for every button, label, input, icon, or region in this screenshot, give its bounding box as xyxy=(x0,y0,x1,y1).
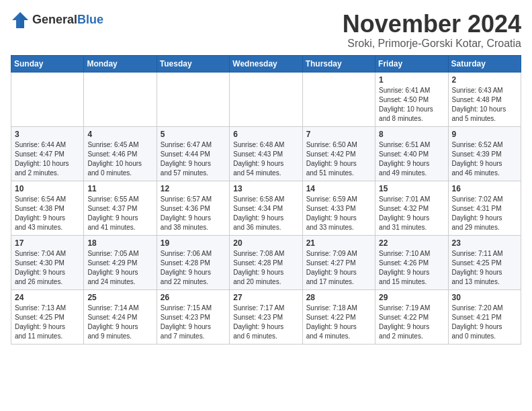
day-number: 1 xyxy=(379,75,444,85)
day-info: Sunrise: 7:10 AM Sunset: 4:26 PM Dayligh… xyxy=(379,249,444,287)
svg-marker-1 xyxy=(20,12,28,28)
calendar-cell: 13Sunrise: 6:58 AM Sunset: 4:34 PM Dayli… xyxy=(230,181,302,235)
day-number: 18 xyxy=(87,238,152,248)
day-info: Sunrise: 6:51 AM Sunset: 4:40 PM Dayligh… xyxy=(379,140,444,178)
calendar-cell: 30Sunrise: 7:20 AM Sunset: 4:21 PM Dayli… xyxy=(448,289,521,344)
day-number: 13 xyxy=(233,184,298,193)
day-info: Sunrise: 6:41 AM Sunset: 4:50 PM Dayligh… xyxy=(379,86,444,124)
day-number: 26 xyxy=(161,293,226,302)
calendar-cell xyxy=(84,72,157,126)
header-saturday: Saturday xyxy=(448,55,521,72)
day-info: Sunrise: 7:19 AM Sunset: 4:22 PM Dayligh… xyxy=(379,304,444,341)
day-number: 15 xyxy=(379,184,444,193)
calendar-cell xyxy=(302,72,375,126)
day-number: 21 xyxy=(306,238,371,248)
day-number: 29 xyxy=(379,293,444,302)
calendar-cell: 23Sunrise: 7:11 AM Sunset: 4:25 PM Dayli… xyxy=(448,235,521,289)
day-number: 9 xyxy=(452,130,517,139)
day-info: Sunrise: 6:59 AM Sunset: 4:33 PM Dayligh… xyxy=(306,195,371,232)
calendar-cell: 5Sunrise: 6:47 AM Sunset: 4:44 PM Daylig… xyxy=(157,126,229,181)
calendar-cell: 8Sunrise: 6:51 AM Sunset: 4:40 PM Daylig… xyxy=(375,126,448,181)
calendar-header: SundayMondayTuesdayWednesdayThursdayFrid… xyxy=(11,55,521,72)
calendar-cell xyxy=(11,72,84,126)
calendar-week-3: 10Sunrise: 6:54 AM Sunset: 4:38 PM Dayli… xyxy=(11,181,521,235)
location-subtitle: Sroki, Primorje-Gorski Kotar, Croatia xyxy=(343,38,521,50)
day-number: 7 xyxy=(306,130,371,139)
header-thursday: Thursday xyxy=(302,55,375,72)
day-info: Sunrise: 7:06 AM Sunset: 4:28 PM Dayligh… xyxy=(161,249,226,287)
calendar-cell: 4Sunrise: 6:45 AM Sunset: 4:46 PM Daylig… xyxy=(84,126,157,181)
day-number: 25 xyxy=(87,293,152,302)
calendar-cell: 6Sunrise: 6:48 AM Sunset: 4:43 PM Daylig… xyxy=(230,126,302,181)
day-number: 2 xyxy=(452,75,517,85)
day-info: Sunrise: 7:05 AM Sunset: 4:29 PM Dayligh… xyxy=(87,249,152,287)
calendar-cell: 3Sunrise: 6:44 AM Sunset: 4:47 PM Daylig… xyxy=(11,126,84,181)
day-info: Sunrise: 6:55 AM Sunset: 4:37 PM Dayligh… xyxy=(87,195,152,232)
calendar-cell: 24Sunrise: 7:13 AM Sunset: 4:25 PM Dayli… xyxy=(11,289,84,344)
calendar-cell: 18Sunrise: 7:05 AM Sunset: 4:29 PM Dayli… xyxy=(84,235,157,289)
day-number: 22 xyxy=(379,238,444,248)
calendar-week-1: 1Sunrise: 6:41 AM Sunset: 4:50 PM Daylig… xyxy=(11,72,521,126)
calendar-cell: 17Sunrise: 7:04 AM Sunset: 4:30 PM Dayli… xyxy=(11,235,84,289)
day-number: 30 xyxy=(452,293,517,302)
calendar-cell: 2Sunrise: 6:43 AM Sunset: 4:48 PM Daylig… xyxy=(448,72,521,126)
day-number: 10 xyxy=(15,184,80,193)
calendar-cell: 9Sunrise: 6:52 AM Sunset: 4:39 PM Daylig… xyxy=(448,126,521,181)
day-number: 20 xyxy=(233,238,298,248)
day-number: 27 xyxy=(233,293,298,302)
day-info: Sunrise: 6:45 AM Sunset: 4:46 PM Dayligh… xyxy=(87,140,152,178)
day-number: 24 xyxy=(15,293,80,302)
day-number: 16 xyxy=(452,184,517,193)
header-row: SundayMondayTuesdayWednesdayThursdayFrid… xyxy=(11,55,521,72)
header-monday: Monday xyxy=(84,55,157,72)
day-info: Sunrise: 6:58 AM Sunset: 4:34 PM Dayligh… xyxy=(233,195,298,232)
day-info: Sunrise: 7:15 AM Sunset: 4:23 PM Dayligh… xyxy=(161,304,226,341)
calendar-cell: 7Sunrise: 6:50 AM Sunset: 4:42 PM Daylig… xyxy=(302,126,375,181)
day-number: 3 xyxy=(15,130,80,139)
calendar-body: 1Sunrise: 6:41 AM Sunset: 4:50 PM Daylig… xyxy=(11,72,521,344)
day-info: Sunrise: 6:47 AM Sunset: 4:44 PM Dayligh… xyxy=(161,140,226,178)
header-wednesday: Wednesday xyxy=(230,55,302,72)
day-number: 12 xyxy=(161,184,226,193)
calendar-cell: 12Sunrise: 6:57 AM Sunset: 4:36 PM Dayli… xyxy=(157,181,229,235)
title-area: November 2024 Sroki, Primorje-Gorski Kot… xyxy=(343,11,521,50)
logo-icon xyxy=(11,11,30,30)
day-info: Sunrise: 6:44 AM Sunset: 4:47 PM Dayligh… xyxy=(15,140,80,178)
day-number: 23 xyxy=(452,238,517,248)
calendar-cell: 21Sunrise: 7:09 AM Sunset: 4:27 PM Dayli… xyxy=(302,235,375,289)
calendar-cell: 29Sunrise: 7:19 AM Sunset: 4:22 PM Dayli… xyxy=(375,289,448,344)
day-info: Sunrise: 6:52 AM Sunset: 4:39 PM Dayligh… xyxy=(452,140,517,178)
day-info: Sunrise: 7:08 AM Sunset: 4:28 PM Dayligh… xyxy=(233,249,298,287)
calendar-cell: 10Sunrise: 6:54 AM Sunset: 4:38 PM Dayli… xyxy=(11,181,84,235)
calendar-cell: 25Sunrise: 7:14 AM Sunset: 4:24 PM Dayli… xyxy=(84,289,157,344)
calendar-cell xyxy=(230,72,302,126)
logo-blue: Blue xyxy=(77,13,103,26)
day-number: 4 xyxy=(87,130,152,139)
header-sunday: Sunday xyxy=(11,55,84,72)
day-number: 17 xyxy=(15,238,80,248)
day-info: Sunrise: 7:18 AM Sunset: 4:22 PM Dayligh… xyxy=(306,304,371,341)
day-info: Sunrise: 6:57 AM Sunset: 4:36 PM Dayligh… xyxy=(161,195,226,232)
day-info: Sunrise: 7:14 AM Sunset: 4:24 PM Dayligh… xyxy=(87,304,152,341)
calendar-cell: 26Sunrise: 7:15 AM Sunset: 4:23 PM Dayli… xyxy=(157,289,229,344)
day-info: Sunrise: 6:54 AM Sunset: 4:38 PM Dayligh… xyxy=(15,195,80,232)
calendar-cell: 1Sunrise: 6:41 AM Sunset: 4:50 PM Daylig… xyxy=(375,72,448,126)
day-number: 8 xyxy=(379,130,444,139)
day-number: 19 xyxy=(161,238,226,248)
calendar-cell: 28Sunrise: 7:18 AM Sunset: 4:22 PM Dayli… xyxy=(302,289,375,344)
month-title: November 2024 xyxy=(343,11,521,38)
header-tuesday: Tuesday xyxy=(157,55,229,72)
logo-text: GeneralBlue xyxy=(32,13,103,27)
day-number: 11 xyxy=(87,184,152,193)
calendar-cell: 16Sunrise: 7:02 AM Sunset: 4:31 PM Dayli… xyxy=(448,181,521,235)
day-number: 14 xyxy=(306,184,371,193)
page-header: GeneralBlue November 2024 Sroki, Primorj… xyxy=(11,11,521,50)
day-info: Sunrise: 7:04 AM Sunset: 4:30 PM Dayligh… xyxy=(15,249,80,287)
day-info: Sunrise: 6:50 AM Sunset: 4:42 PM Dayligh… xyxy=(306,140,371,178)
day-info: Sunrise: 7:01 AM Sunset: 4:32 PM Dayligh… xyxy=(379,195,444,232)
day-info: Sunrise: 7:17 AM Sunset: 4:23 PM Dayligh… xyxy=(233,304,298,341)
day-info: Sunrise: 7:11 AM Sunset: 4:25 PM Dayligh… xyxy=(452,249,517,287)
day-info: Sunrise: 6:43 AM Sunset: 4:48 PM Dayligh… xyxy=(452,86,517,124)
calendar-cell: 19Sunrise: 7:06 AM Sunset: 4:28 PM Dayli… xyxy=(157,235,229,289)
calendar-week-4: 17Sunrise: 7:04 AM Sunset: 4:30 PM Dayli… xyxy=(11,235,521,289)
